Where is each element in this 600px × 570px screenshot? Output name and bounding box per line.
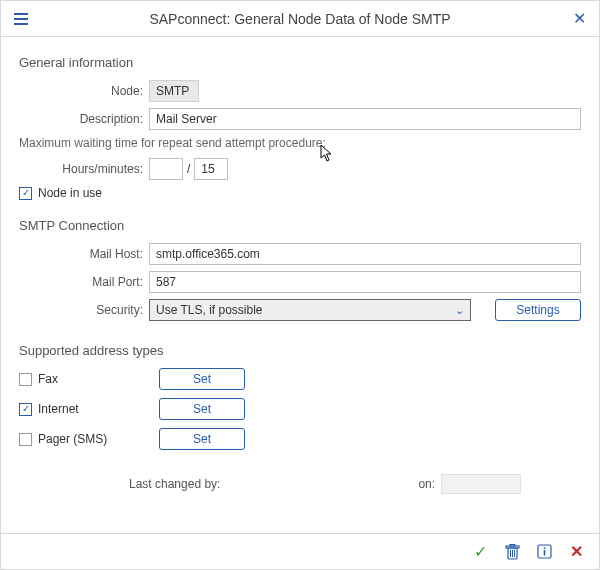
label-node: Node: (19, 84, 149, 98)
mail-port-input[interactable] (149, 271, 581, 293)
section-heading-general: General information (19, 55, 581, 70)
last-changed-by-value (248, 474, 358, 494)
close-icon[interactable]: ✕ (567, 7, 591, 31)
info-icon[interactable] (535, 543, 553, 561)
label-hours-minutes: Hours/minutes: (19, 162, 149, 176)
settings-button[interactable]: Settings (495, 299, 581, 321)
section-heading-smtp: SMTP Connection (19, 218, 581, 233)
delete-icon[interactable] (503, 543, 521, 561)
chevron-down-icon: ⌄ (455, 304, 464, 317)
address-row-internet: Internet Set (19, 398, 581, 420)
pager-set-button[interactable]: Set (159, 428, 245, 450)
security-select[interactable]: Use TLS, if possible ⌄ (149, 299, 471, 321)
minutes-input[interactable] (194, 158, 228, 180)
last-changed-on-label: on: (418, 477, 435, 491)
address-row-pager: Pager (SMS) Set (19, 428, 581, 450)
hm-separator: / (187, 162, 190, 176)
footer-toolbar: ✓ ✕ (1, 533, 599, 569)
node-in-use-label: Node in use (38, 186, 102, 200)
node-in-use-checkbox[interactable] (19, 187, 32, 200)
fax-set-button[interactable]: Set (159, 368, 245, 390)
fax-checkbox[interactable] (19, 373, 32, 386)
security-selected-value: Use TLS, if possible (156, 303, 263, 317)
cancel-icon[interactable]: ✕ (567, 543, 585, 561)
last-changed-on-value (441, 474, 521, 494)
wait-note: Maximum waiting time for repeat send att… (19, 136, 581, 150)
fax-label: Fax (38, 372, 58, 386)
window-title: SAPconnect: General Node Data of Node SM… (33, 11, 567, 27)
hours-input[interactable] (149, 158, 183, 180)
label-security: Security: (19, 303, 149, 317)
pager-checkbox[interactable] (19, 433, 32, 446)
internet-label: Internet (38, 402, 79, 416)
svg-rect-5 (510, 544, 515, 546)
node-field: SMTP (149, 80, 199, 102)
pager-label: Pager (SMS) (38, 432, 107, 446)
svg-rect-7 (543, 547, 545, 549)
section-heading-address-types: Supported address types (19, 343, 581, 358)
internet-set-button[interactable]: Set (159, 398, 245, 420)
label-mail-host: Mail Host: (19, 247, 149, 261)
dialog-body: General information Node: SMTP Descripti… (1, 37, 599, 533)
description-input[interactable] (149, 108, 581, 130)
internet-checkbox[interactable] (19, 403, 32, 416)
dialog-window: SAPconnect: General Node Data of Node SM… (0, 0, 600, 570)
address-row-fax: Fax Set (19, 368, 581, 390)
menu-icon[interactable] (9, 7, 33, 31)
last-changed-row: Last changed by: on: (19, 474, 581, 494)
mail-host-input[interactable] (149, 243, 581, 265)
title-bar: SAPconnect: General Node Data of Node SM… (1, 1, 599, 37)
accept-icon[interactable]: ✓ (471, 543, 489, 561)
label-description: Description: (19, 112, 149, 126)
svg-rect-8 (543, 550, 545, 556)
label-mail-port: Mail Port: (19, 275, 149, 289)
last-changed-by-label: Last changed by: (129, 477, 220, 491)
